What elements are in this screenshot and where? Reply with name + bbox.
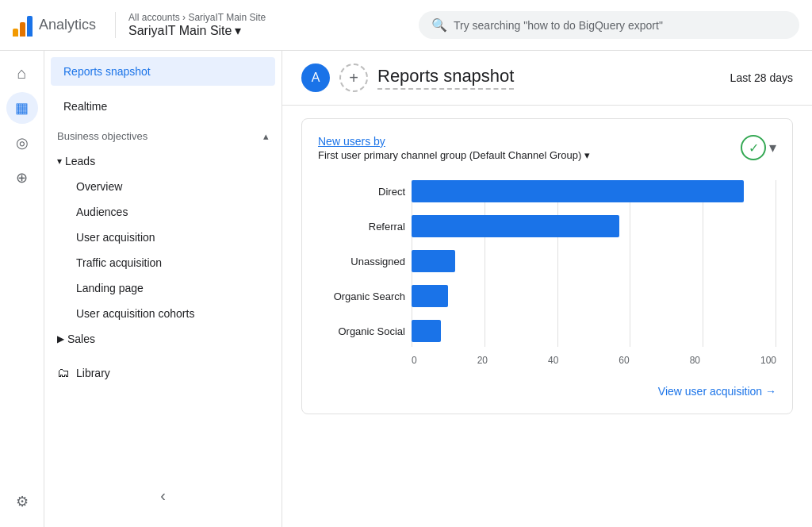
sidebar-item-explore[interactable]: ◎ [6, 127, 38, 159]
sales-label: Sales [67, 333, 95, 345]
nav-landing-page[interactable]: Landing page [44, 275, 282, 301]
chart-subtitle-arrow[interactable]: ▾ [584, 149, 590, 161]
bar-fill-direct [412, 180, 744, 202]
nav-reports-snapshot[interactable]: Reports snapshot [51, 57, 275, 86]
account-nav: All accounts › SariyaIT Main Site Sariya… [115, 12, 266, 38]
business-objectives-header: Business objectives [44, 121, 282, 148]
chart-x-axis: 0 20 40 60 80 100 [318, 355, 776, 366]
nav-realtime[interactable]: Realtime [44, 92, 282, 121]
bar-row-direct: Direct [318, 180, 776, 202]
nav-audiences[interactable]: Audiences [44, 199, 282, 225]
nav-sales-group[interactable]: ▶ Sales [44, 326, 282, 352]
bar-row-organic-social: Organic Social [318, 320, 776, 342]
bar-label-organic-social: Organic Social [318, 325, 405, 337]
bar-fill-referral [412, 215, 619, 237]
nav-user-acquisition-cohorts[interactable]: User acquisition cohorts [44, 301, 282, 326]
settings-button[interactable]: ⚙ [6, 486, 38, 517]
app-name: Analytics [39, 17, 96, 33]
main-layout: ⌂ ▦ ◎ ⊕ ⚙ Reports snapshot Realtime Busi… [0, 51, 812, 527]
add-comparison-button[interactable]: + [339, 63, 368, 92]
bar-track-direct [412, 180, 776, 202]
bar-fill-organic-social [412, 320, 441, 342]
bar-row-unassigned: Unassigned [318, 250, 776, 272]
topbar: Analytics All accounts › SariyaIT Main S… [0, 0, 812, 51]
leads-nav-items: Overview Audiences User acquisition Traf… [44, 174, 282, 326]
chart-card: New users by First user primary channel … [301, 118, 793, 414]
sidebar-item-advertising[interactable]: ⊕ [6, 162, 38, 194]
x-tick-0: 0 [412, 355, 417, 366]
chart-subtitle: First user primary channel group (Defaul… [318, 149, 590, 161]
bar-chart: Direct Referral Unassigned [318, 174, 776, 372]
bar-label-direct: Direct [318, 186, 405, 198]
chart-title-row: New users by First user primary channel … [318, 135, 776, 174]
bar-track-referral [412, 215, 776, 237]
logo: Analytics [13, 14, 96, 37]
chart-status-group: ✓ ▾ [741, 135, 776, 160]
leads-expand-icon: ▾ [57, 156, 62, 167]
bar-label-referral: Referral [318, 221, 405, 233]
x-tick-60: 60 [619, 355, 629, 366]
avatar-button[interactable]: A [301, 63, 330, 92]
x-tick-80: 80 [690, 355, 700, 366]
site-selector-chevron [235, 23, 241, 38]
library-icon: 🗂 [57, 366, 70, 380]
x-tick-20: 20 [477, 355, 488, 366]
view-user-acquisition-link[interactable]: View user acquisition → [658, 385, 776, 398]
bar-label-unassigned: Unassigned [318, 256, 405, 267]
chart-title-link[interactable]: New users by [318, 135, 590, 148]
site-name: SariyaIT Main Site [128, 24, 232, 38]
content-header: A + Reports snapshot Last 28 days [282, 51, 812, 106]
leads-label: Leads [65, 155, 95, 167]
library-label: Library [76, 367, 110, 379]
date-range-label: Last 28 days [730, 71, 793, 84]
business-objectives-chevron[interactable] [263, 130, 269, 142]
collapse-nav-button[interactable]: ‹ [44, 477, 282, 514]
chart-status-icon[interactable]: ✓ [741, 135, 766, 160]
bar-row-referral: Referral [318, 215, 776, 237]
bar-fill-organic-search [412, 285, 448, 307]
sidebar-item-reports[interactable]: ▦ [6, 92, 38, 124]
chart-bars-container: Direct Referral Unassigned [318, 180, 776, 366]
bar-fill-unassigned [412, 250, 455, 272]
nav-leads-group[interactable]: ▾ Leads [44, 148, 282, 174]
sidebar-item-home[interactable]: ⌂ [6, 57, 38, 89]
collapse-icon: ‹ [160, 487, 166, 505]
content-area: A + Reports snapshot Last 28 days New us… [282, 51, 812, 527]
bar-row-organic-search: Organic Search [318, 285, 776, 307]
chart-dropdown-button[interactable]: ▾ [769, 139, 776, 156]
nav-overview[interactable]: Overview [44, 174, 282, 199]
x-tick-40: 40 [548, 355, 558, 366]
bar-track-organic-search [412, 285, 776, 307]
site-selector[interactable]: SariyaIT Main Site [128, 23, 266, 38]
sales-expand-icon: ▶ [57, 333, 64, 344]
search-bar[interactable]: 🔍 [419, 11, 799, 39]
chart-subtitle-text: First user primary channel group (Defaul… [318, 149, 581, 161]
logo-icon [13, 14, 33, 37]
page-title: Reports snapshot [377, 66, 514, 90]
nav-library[interactable]: 🗂 Library [44, 358, 282, 388]
icon-sidebar: ⌂ ▦ ◎ ⊕ ⚙ [0, 51, 44, 527]
chart-title-group: New users by First user primary channel … [318, 135, 590, 174]
view-link-container: View user acquisition → [318, 385, 776, 398]
nav-traffic-acquisition[interactable]: Traffic acquisition [44, 250, 282, 275]
left-nav: Reports snapshot Realtime Business objec… [44, 51, 282, 527]
business-objectives-label: Business objectives [57, 130, 147, 142]
bar-track-organic-social [412, 320, 776, 342]
x-tick-100: 100 [760, 355, 776, 366]
breadcrumb: All accounts › SariyaIT Main Site [128, 12, 266, 23]
search-icon: 🔍 [431, 17, 447, 33]
bar-track-unassigned [412, 250, 776, 272]
bar-label-organic-search: Organic Search [318, 290, 405, 302]
search-input[interactable] [454, 19, 787, 32]
nav-user-acquisition[interactable]: User acquisition [44, 225, 282, 250]
